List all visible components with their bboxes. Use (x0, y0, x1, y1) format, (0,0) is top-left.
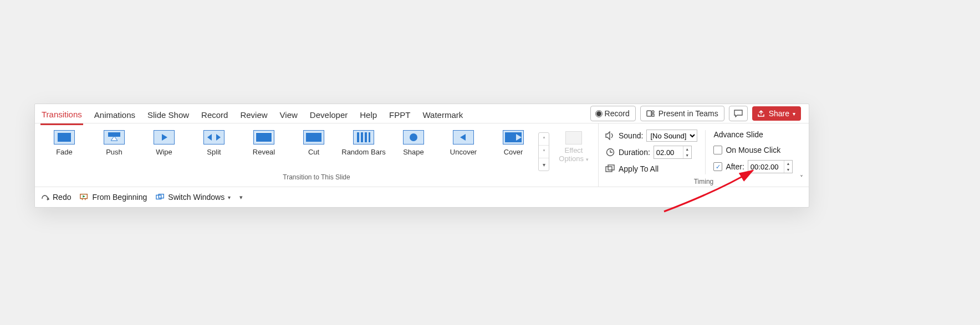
cut-icon (303, 130, 324, 145)
effect-options-icon (565, 131, 582, 145)
present-in-teams-button[interactable]: Present in Teams (640, 106, 724, 121)
transition-cut[interactable]: Cut (289, 128, 339, 156)
after-row[interactable]: ✓ After: ▲▼ (713, 160, 792, 173)
transition-shape[interactable]: Shape (389, 128, 438, 156)
sound-icon (605, 131, 615, 140)
qat-more-button[interactable]: ▾ (239, 194, 243, 201)
after-label: After: (726, 162, 744, 171)
sound-label: Sound: (619, 131, 643, 140)
transition-cover[interactable]: Cover (488, 128, 538, 156)
quick-access-toolbar: Redo From Beginning Switch Windows ▾ ▾ (35, 187, 809, 207)
svg-rect-5 (369, 132, 370, 142)
ribbon-body: Fade Push Wipe (35, 123, 809, 187)
tab-watermark[interactable]: Watermark (421, 103, 464, 124)
after-input[interactable] (748, 161, 784, 173)
transition-reveal[interactable]: Reveal (239, 128, 289, 156)
apply-to-all-button[interactable]: Apply To All (605, 162, 697, 176)
tab-review[interactable]: Review (239, 103, 268, 124)
tab-fppt[interactable]: FPPT (388, 103, 411, 124)
tab-view[interactable]: View (279, 103, 299, 124)
advance-slide-column: Advance Slide On Mouse Click ✓ After: ▲▼ (713, 129, 792, 176)
redo-label: Redo (53, 193, 71, 202)
transition-label: Wipe (156, 148, 172, 156)
spin-down[interactable]: ▼ (784, 167, 792, 173)
random-bars-icon (353, 130, 374, 145)
sound-select[interactable]: [No Sound] (646, 130, 697, 142)
gallery-scroll: ˄ ˅ ▾ (538, 132, 549, 171)
group-transition-to-this-slide: Fade Push Wipe (35, 123, 599, 187)
apply-to-all-label: Apply To All (619, 164, 659, 173)
duration-spinner[interactable]: ▲▼ (654, 146, 692, 159)
transition-label: Reveal (253, 148, 275, 156)
spin-up[interactable]: ▲ (784, 161, 792, 167)
switch-windows-button[interactable]: Switch Windows ▾ (156, 193, 231, 202)
share-button[interactable]: Share ▾ (752, 106, 801, 121)
clock-icon (605, 148, 615, 157)
present-from-start-icon (80, 193, 89, 201)
comments-button[interactable] (729, 106, 748, 121)
transition-gallery: Fade Push Wipe (37, 126, 596, 171)
chevron-down-icon: ▾ (586, 157, 589, 162)
transition-random-bars[interactable]: Random Bars (339, 128, 389, 156)
tabs: Transitions Animations Slide Show Record… (40, 104, 464, 123)
tab-transitions[interactable]: Transitions (40, 102, 83, 125)
tab-animations[interactable]: Animations (93, 103, 136, 124)
shape-icon (403, 130, 424, 145)
collapse-ribbon-button[interactable]: ˅ (800, 174, 803, 182)
gallery-scroll-down[interactable]: ˅ (539, 146, 549, 158)
transition-label: Split (207, 148, 221, 156)
chevron-down-icon: ▾ (793, 111, 795, 117)
duration-input[interactable] (654, 146, 683, 158)
transition-label: Uncover (450, 148, 477, 156)
wipe-icon (154, 130, 175, 145)
present-in-teams-label: Present in Teams (659, 109, 718, 118)
group-label-transition: Transition to This Slide (37, 171, 596, 181)
comment-icon (734, 110, 743, 117)
from-beginning-label: From Beginning (92, 193, 147, 202)
after-checkbox[interactable]: ✓ (713, 162, 722, 171)
reveal-icon (253, 130, 274, 145)
transition-push[interactable]: Push (89, 128, 139, 156)
transition-split[interactable]: Split (189, 128, 239, 156)
after-spinner[interactable]: ▲▼ (748, 160, 793, 173)
push-icon (104, 130, 125, 145)
ribbon-window: Transitions Animations Slide Show Record… (34, 104, 809, 208)
gallery-more[interactable]: ▾ (539, 158, 549, 171)
transition-wipe[interactable]: Wipe (139, 128, 189, 156)
transition-uncover[interactable]: Uncover (438, 128, 488, 156)
transition-label: Fade (56, 148, 73, 156)
duration-label: Duration: (619, 148, 650, 157)
tab-developer[interactable]: Developer (309, 103, 349, 124)
svg-rect-3 (361, 132, 363, 142)
uncover-icon (453, 130, 474, 145)
tab-slide-show[interactable]: Slide Show (146, 103, 190, 124)
on-mouse-click-row[interactable]: On Mouse Click (713, 143, 792, 157)
tab-help[interactable]: Help (359, 103, 378, 124)
on-mouse-click-checkbox[interactable] (713, 146, 722, 154)
split-icon (203, 130, 224, 145)
share-icon (758, 110, 765, 117)
tab-record[interactable]: Record (200, 103, 229, 124)
overflow-icon: ▾ (239, 194, 243, 201)
transition-fade[interactable]: Fade (39, 128, 89, 156)
from-beginning-button[interactable]: From Beginning (80, 193, 147, 202)
record-icon (596, 111, 601, 116)
redo-icon (40, 193, 49, 201)
tab-strip: Transitions Animations Slide Show Record… (35, 104, 809, 123)
svg-rect-4 (365, 132, 367, 142)
spin-up[interactable]: ▲ (683, 146, 691, 152)
advance-slide-heading: Advance Slide (713, 130, 763, 139)
group-label-timing: Timing (601, 176, 807, 185)
right-actions: Record Present in Teams Share (590, 106, 803, 121)
duration-row: Duration: ▲▼ (605, 146, 697, 159)
spin-down[interactable]: ▼ (683, 152, 691, 158)
gallery-scroll-up[interactable]: ˄ (539, 133, 549, 146)
sound-row: Sound: [No Sound] (605, 129, 697, 142)
record-button[interactable]: Record (590, 106, 636, 121)
redo-button[interactable]: Redo (40, 193, 71, 202)
share-label: Share (769, 109, 789, 118)
svg-point-6 (410, 133, 417, 141)
teams-icon (646, 109, 655, 118)
svg-rect-0 (647, 111, 651, 116)
cover-icon (503, 130, 524, 145)
